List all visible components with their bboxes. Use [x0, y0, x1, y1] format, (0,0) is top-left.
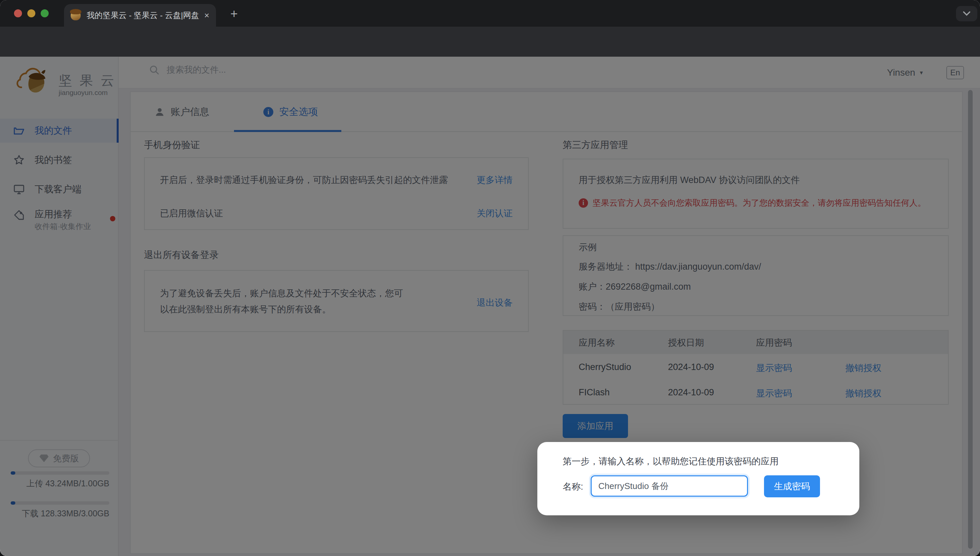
browser-toolbar: jianguoyun.com/#/safety ☆ N 文A 米 ⋮ [0, 27, 980, 57]
app-name-input[interactable] [591, 475, 748, 497]
generate-password-dialog: 第一步，请输入名称，以帮助您记住使用该密码的应用 名称: 生成密码 [537, 442, 859, 516]
dialog-step-text: 第一步，请输入名称，以帮助您记住使用该密码的应用 [563, 455, 779, 467]
browser-window: 我的坚果云 - 坚果云 - 云盘|网盘 × + jianguoyun.com/#… [0, 0, 980, 556]
zoom-window-button[interactable] [41, 9, 48, 17]
name-label: 名称: [563, 481, 583, 493]
new-tab-button[interactable]: + [225, 5, 243, 23]
page-viewport: 坚 果 云 jianguoyun.com 我的文件 我的书签 下载客户端 应用推… [0, 57, 980, 556]
browser-tab-strip: 我的坚果云 - 坚果云 - 云盘|网盘 × + [0, 0, 980, 27]
minimize-window-button[interactable] [27, 9, 36, 17]
tab-title: 我的坚果云 - 坚果云 - 云盘|网盘 [87, 10, 200, 21]
generate-password-button[interactable]: 生成密码 [764, 475, 820, 497]
page-scrollbar-thumb[interactable] [968, 90, 973, 549]
site-favicon-acorn-icon [71, 10, 81, 20]
close-window-button[interactable] [14, 9, 22, 17]
browser-tab[interactable]: 我的坚果云 - 坚果云 - 云盘|网盘 × [64, 4, 216, 27]
close-tab-icon[interactable]: × [204, 10, 209, 21]
tab-search-chevron-icon[interactable] [956, 6, 977, 21]
